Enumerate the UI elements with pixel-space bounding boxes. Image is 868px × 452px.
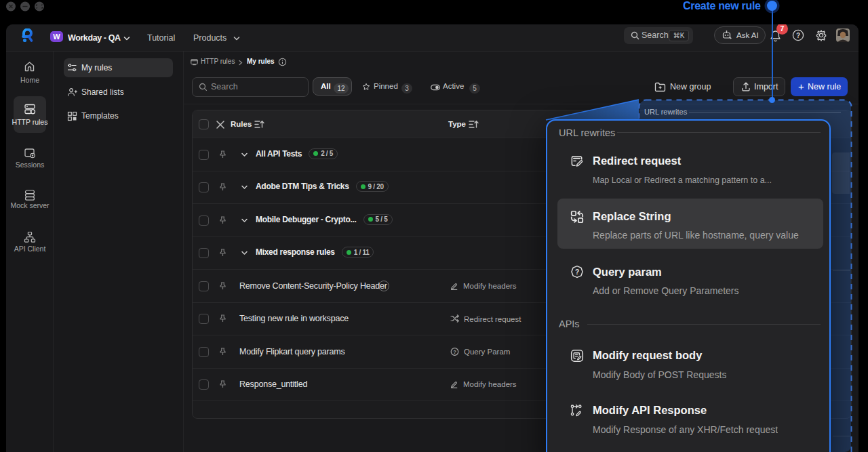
- svg-text:?: ?: [453, 349, 456, 355]
- svg-text:?: ?: [575, 268, 579, 276]
- svg-text:?: ?: [796, 32, 800, 39]
